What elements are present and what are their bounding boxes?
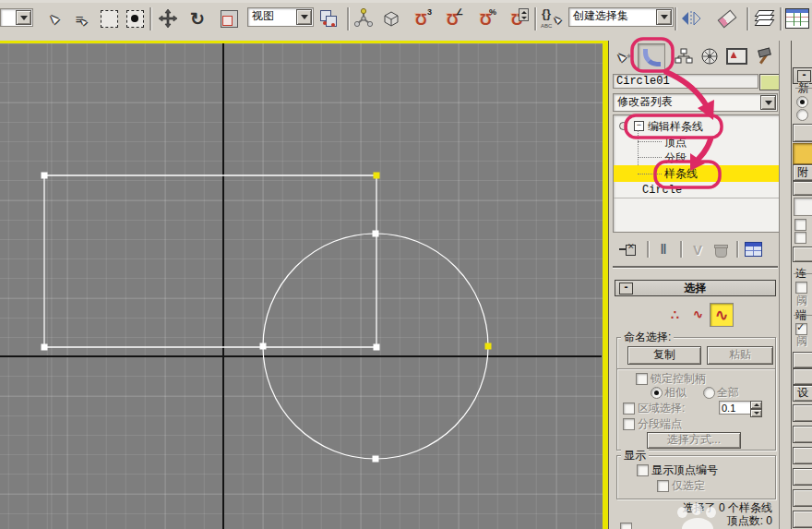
stack-item-vertex[interactable]: 顶点 bbox=[614, 135, 779, 150]
undo-dropdown[interactable] bbox=[0, 8, 33, 27]
area-selection-value-field[interactable] bbox=[719, 401, 752, 415]
panel-divider bbox=[613, 266, 778, 268]
button-partial[interactable] bbox=[793, 246, 812, 262]
button-partial[interactable] bbox=[793, 404, 812, 422]
active-button-partial[interactable] bbox=[793, 143, 812, 164]
show-end-result-icon[interactable]: ‖ bbox=[652, 239, 675, 259]
toolbar-separator bbox=[780, 7, 782, 30]
selection-options-group: 锁定控制柄 相似 全部 区域选择: 分段端点 选择方式... bbox=[616, 368, 776, 451]
snap-box-icon[interactable] bbox=[379, 6, 403, 30]
chevron-down-icon[interactable] bbox=[296, 9, 312, 25]
checkbox-partial[interactable] bbox=[795, 282, 807, 294]
3dsmax-window: ▲ ≡▲ ↻ 视图 Ω3 Ω∠ Ω% bbox=[0, 0, 812, 529]
subobject-spline-icon[interactable]: ∿ bbox=[710, 303, 734, 327]
modifier-stack-list[interactable]: − 编辑样条线 顶点 分段 样条线 Circle bbox=[613, 114, 780, 233]
watermark-paw bbox=[691, 503, 702, 515]
segment-end-checkbox[interactable] bbox=[623, 418, 635, 430]
stack-item-spline-selected[interactable]: 样条线 bbox=[614, 165, 779, 182]
button-partial[interactable] bbox=[793, 489, 812, 507]
tab-utilities[interactable] bbox=[751, 43, 777, 69]
checkbox-partial[interactable] bbox=[794, 232, 806, 244]
subobject-vertex-icon[interactable]: ∴ bbox=[664, 304, 686, 325]
view-dropdown[interactable]: 视图 bbox=[247, 7, 314, 27]
named-selection-sets-icon[interactable]: {} ABC ▲ bbox=[540, 6, 564, 30]
all-radio[interactable] bbox=[703, 387, 715, 399]
snap-angle-icon[interactable]: Ω∠ bbox=[440, 6, 464, 30]
button-partial[interactable] bbox=[793, 447, 812, 464]
curve-editor-icon[interactable] bbox=[785, 6, 809, 30]
align-icon[interactable] bbox=[715, 6, 739, 30]
use-pivot-center-icon[interactable] bbox=[316, 6, 340, 30]
remove-modifier-icon[interactable] bbox=[710, 239, 732, 259]
modifier-enable-bulb-icon[interactable] bbox=[619, 122, 627, 130]
object-name-field[interactable] bbox=[613, 74, 758, 89]
toolbar-separator bbox=[675, 7, 677, 30]
command-panel-column2: - 新 附 连 阈 端 阈 设 bbox=[791, 41, 812, 529]
attach-button-partial[interactable]: 附 bbox=[793, 164, 812, 181]
rotate-icon[interactable]: ↻ bbox=[185, 6, 209, 30]
scale-icon[interactable] bbox=[217, 6, 241, 30]
button-partial[interactable] bbox=[793, 124, 812, 142]
front-viewport[interactable] bbox=[0, 43, 603, 529]
watermark-paw bbox=[677, 507, 687, 518]
snap-percent-icon[interactable]: Ω% bbox=[473, 6, 497, 30]
chevron-down-icon[interactable] bbox=[16, 10, 31, 25]
selection-set-dropdown[interactable]: 创建选择集 bbox=[568, 7, 674, 27]
button-partial[interactable] bbox=[793, 181, 812, 196]
partial-checkbox[interactable] bbox=[620, 523, 632, 529]
threshold-label-partial: 阈 bbox=[796, 335, 807, 347]
collapse-minus-icon[interactable]: − bbox=[634, 121, 644, 131]
make-unique-icon[interactable]: V bbox=[687, 239, 709, 259]
stack-item-circle-base[interactable]: Circle bbox=[614, 183, 779, 198]
radio-partial[interactable] bbox=[796, 96, 808, 108]
subobject-segment-icon[interactable]: ∿ bbox=[687, 304, 709, 325]
tab-display[interactable] bbox=[723, 43, 749, 69]
named-selections-group: 命名选择: 复制 粘贴 bbox=[616, 337, 776, 369]
button-partial[interactable] bbox=[793, 511, 812, 528]
axis-tripod-icon[interactable] bbox=[352, 6, 376, 30]
field-partial[interactable] bbox=[794, 198, 812, 216]
mirror-icon[interactable] bbox=[679, 6, 703, 30]
select-by-name-icon[interactable]: ≡▲ bbox=[69, 6, 93, 30]
lock-handles-checkbox[interactable] bbox=[636, 373, 648, 385]
panel-column-gap bbox=[779, 41, 792, 529]
command-panel: ▲✦ 修改器列表 − bbox=[608, 41, 780, 529]
set-button-partial[interactable]: 设 bbox=[793, 385, 812, 402]
selection-rollout-header[interactable]: - 选择 bbox=[615, 280, 776, 296]
button-partial[interactable] bbox=[793, 468, 812, 486]
button-partial[interactable] bbox=[793, 368, 812, 385]
tab-create[interactable]: ▲✦ bbox=[611, 43, 637, 69]
area-selection-checkbox[interactable] bbox=[623, 403, 635, 415]
alike-radio[interactable] bbox=[651, 387, 663, 399]
select-object-icon[interactable]: ▲ bbox=[42, 6, 66, 30]
radio-partial[interactable] bbox=[796, 109, 808, 121]
display-group: 显示 显示顶点编号 仅选定 bbox=[616, 455, 776, 499]
tab-hierarchy[interactable] bbox=[671, 43, 697, 69]
rect-selection-region-icon[interactable] bbox=[97, 6, 121, 30]
tab-motion[interactable] bbox=[697, 43, 722, 69]
show-vertex-numbers-checkbox[interactable] bbox=[637, 464, 649, 476]
checkbox-partial[interactable] bbox=[794, 219, 806, 231]
button-partial[interactable] bbox=[793, 426, 812, 443]
paste-button[interactable]: 粘贴 bbox=[707, 346, 773, 365]
crossing-selection-icon[interactable] bbox=[123, 6, 147, 30]
stack-item-segment[interactable]: 分段 bbox=[614, 150, 779, 165]
chevron-down-icon[interactable] bbox=[760, 95, 776, 110]
move-icon[interactable] bbox=[156, 6, 180, 30]
pin-stack-icon[interactable]: ✕ bbox=[618, 239, 640, 259]
chevron-down-icon[interactable] bbox=[656, 9, 672, 25]
modifier-list-dropdown[interactable]: 修改器列表 bbox=[613, 93, 778, 112]
tab-modify[interactable] bbox=[638, 43, 665, 71]
object-color-swatch[interactable] bbox=[759, 74, 780, 90]
snap-3d-icon[interactable]: Ω3 bbox=[409, 6, 433, 30]
configure-modifier-sets-icon[interactable] bbox=[742, 239, 764, 259]
layer-manager-icon[interactable] bbox=[752, 6, 776, 30]
select-by-button[interactable]: 选择方式... bbox=[647, 432, 741, 449]
collapse-minus-icon[interactable]: - bbox=[619, 283, 633, 295]
snap-spinner-icon[interactable]: Ω bbox=[505, 6, 529, 30]
copy-button[interactable]: 复制 bbox=[627, 346, 701, 365]
button-partial[interactable] bbox=[793, 352, 812, 368]
threshold-label-partial: 阈 bbox=[796, 295, 807, 307]
area-selection-spinner[interactable] bbox=[750, 401, 762, 415]
selected-only-checkbox[interactable] bbox=[657, 480, 669, 492]
